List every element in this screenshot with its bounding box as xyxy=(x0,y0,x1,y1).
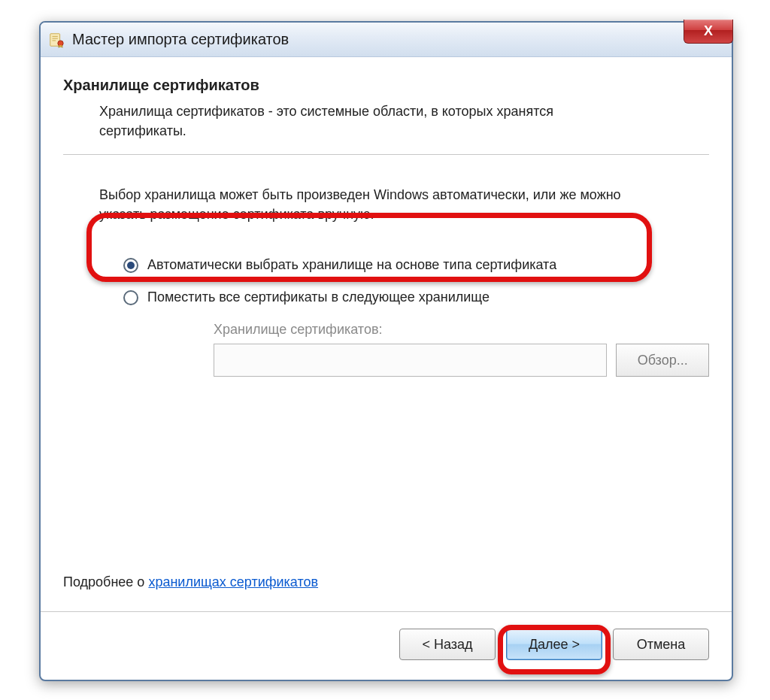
radio-icon xyxy=(123,290,138,305)
cancel-button[interactable]: Отмена xyxy=(613,629,709,660)
radio-auto-label: Автоматически выбрать хранилище на основ… xyxy=(147,257,556,273)
certificate-icon xyxy=(48,32,65,48)
store-field-label: Хранилище сертификатов: xyxy=(214,322,709,338)
radio-manual-store[interactable]: Поместить все сертификаты в следующее хр… xyxy=(123,289,709,305)
radio-manual-label: Поместить все сертификаты в следующее хр… xyxy=(147,289,490,305)
window-title: Мастер импорта сертификатов xyxy=(72,31,724,48)
more-info-link[interactable]: хранилищах сертификатов xyxy=(148,574,318,589)
close-button[interactable]: X xyxy=(684,20,733,44)
radio-group-store-selection: Автоматически выбрать хранилище на основ… xyxy=(123,257,709,377)
more-info-prefix: Подробнее о xyxy=(63,574,148,589)
certificate-store-input xyxy=(214,344,607,377)
browse-button: Обзор... xyxy=(616,344,709,377)
back-button[interactable]: < Назад xyxy=(399,629,496,660)
page-heading: Хранилище сертификатов xyxy=(63,77,709,94)
wizard-content: Хранилище сертификатов Хранилища сертифи… xyxy=(41,57,732,611)
close-icon: X xyxy=(704,23,713,39)
radio-icon xyxy=(123,258,138,273)
titlebar: Мастер импорта сертификатов X xyxy=(41,23,732,57)
more-info-row: Подробнее о хранилищах сертификатов xyxy=(63,574,709,590)
wizard-footer: < Назад Далее > Отмена xyxy=(41,611,732,680)
radio-auto-store[interactable]: Автоматически выбрать хранилище на основ… xyxy=(123,257,709,273)
svg-point-1 xyxy=(58,40,63,45)
store-section: Хранилище сертификатов: Обзор... xyxy=(214,322,709,377)
divider xyxy=(63,154,709,155)
page-subheading: Хранилища сертификатов - это системные о… xyxy=(99,102,626,141)
choice-intro: Выбор хранилища может быть произведен Wi… xyxy=(99,185,656,224)
next-button[interactable]: Далее > xyxy=(506,629,602,660)
wizard-window: Мастер импорта сертификатов X Хранилище … xyxy=(39,21,733,681)
